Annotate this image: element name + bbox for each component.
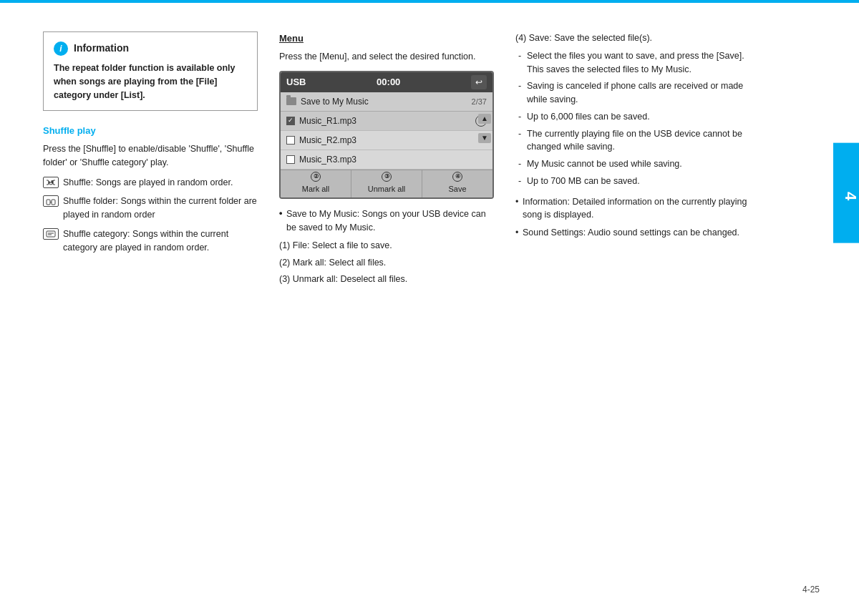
scroll-up-button[interactable]: ▲ (478, 114, 491, 124)
usb-time: 00:00 (377, 75, 400, 89)
usb-save-row: Save to My Music 2/37 (281, 92, 492, 112)
left-column: i Information The repeat folder function… (43, 31, 258, 290)
usb-checkbox-3[interactable] (286, 155, 295, 164)
mark-all-label: Mark all (283, 183, 348, 195)
usb-filename-1: Music_R1.mp3 (299, 114, 471, 127)
extra-bullet-2-text: Sound Settings: Audio sound settings can… (523, 228, 739, 238)
shuffle-item-1-text: Shuffle: Songs are played in random orde… (63, 176, 233, 190)
shuffle-item-3-text: Shuffle category: Songs within the curre… (63, 228, 258, 255)
shuffle-list: Shuffle: Songs are played in random orde… (43, 176, 258, 255)
usb-save-label: Save to My Music (286, 95, 369, 108)
shuffle-icon (43, 177, 59, 188)
info-icon: i (54, 41, 68, 56)
usb-mark-all-button[interactable]: ② Mark all (281, 170, 351, 198)
usb-list-item-3[interactable]: Music_R3.mp3 (281, 150, 492, 170)
numbered-item-2: (2) Mark all: Select all files. (279, 256, 494, 270)
dash-item-1: Select the files you want to save, and p… (515, 49, 759, 77)
shuffle-category-icon (43, 228, 59, 240)
right-column: (4) Save: Save the selected file(s). Sel… (515, 31, 759, 290)
numbered-item-3: (3) Unmark all: Deselect all files. (279, 273, 494, 286)
list-item: Shuffle category: Songs within the curre… (43, 228, 258, 255)
dash-item-6: Up to 700 MB can be saved. (515, 175, 759, 188)
scroll-down-button[interactable]: ▼ (478, 133, 491, 143)
menu-bullet-1-text: Save to My Music: Songs on your USB devi… (286, 209, 486, 233)
extra-bullet-2: Sound Settings: Audio sound settings can… (515, 226, 759, 240)
folder-icon (286, 97, 296, 105)
shuffle-heading: Shuffle play (43, 124, 258, 138)
list-item: Shuffle folder: Songs within the current… (43, 195, 258, 222)
shuffle-cat-svg (46, 230, 56, 238)
extra-bullet-1: Information: Detailed information on the… (515, 195, 759, 223)
info-box-heading: Information (74, 41, 129, 56)
usb-back-button[interactable]: ↩ (471, 75, 487, 89)
unmark-all-num: ③ (382, 172, 392, 182)
shuffle-item-2-text: Shuffle folder: Songs within the current… (63, 195, 258, 222)
shuffle-folder-icon (43, 195, 59, 207)
numbered-item-1: (1) File: Select a file to save. (279, 239, 494, 253)
save-heading: (4) Save: Save the selected file(s). (515, 31, 759, 45)
usb-save-button[interactable]: ④ Save (422, 170, 492, 198)
svg-rect-3 (47, 231, 55, 237)
save-section: (4) Save: Save the selected file(s). Sel… (515, 31, 759, 188)
dash-item-4: The currently playing file on the USB de… (515, 127, 759, 155)
usb-unmark-all-button[interactable]: ③ Unmark all (351, 170, 422, 198)
center-column: Menu Press the [Menu], and select the de… (279, 31, 494, 290)
info-box-body: The repeat folder function is available … (54, 62, 247, 102)
usb-save-text: Save to My Music (301, 95, 369, 108)
menu-heading: Menu (279, 31, 494, 46)
page-number: 4-25 (802, 583, 820, 596)
menu-bullet-1: • Save to My Music: Songs on your USB de… (279, 207, 494, 235)
shuffle-intro: Press the [Shuffle] to enable/disable 'S… (43, 142, 258, 170)
svg-rect-1 (47, 200, 50, 205)
usb-list-item-2[interactable]: Music_R2.mp3 ▼ (281, 131, 492, 150)
main-content: i Information The repeat folder function… (0, 3, 859, 318)
dash-item-3: Up to 6,000 files can be saved. (515, 110, 759, 124)
usb-filename-2: Music_R2.mp3 (299, 134, 487, 147)
menu-intro: Press the [Menu], and select the desired… (279, 50, 494, 64)
info-box-title: i Information (54, 41, 247, 56)
usb-screen: USB 00:00 ↩ Save to My Music 2/37 ✓ Musi… (279, 71, 494, 200)
svg-rect-2 (52, 200, 55, 205)
side-tab: 4 Multimedia System (833, 143, 859, 243)
usb-footer: ② Mark all ③ Unmark all ④ Save (281, 170, 492, 198)
mark-all-num: ② (311, 172, 321, 182)
usb-header: USB 00:00 ↩ (281, 72, 492, 92)
dash-item-2: Saving is canceled if phone calls are re… (515, 79, 759, 107)
dash-item-5: My Music cannot be used while saving. (515, 157, 759, 171)
save-num: ④ (452, 172, 462, 182)
usb-list-item-1[interactable]: ✓ Music_R1.mp3 ❶ ▲ (281, 112, 492, 131)
tab-number: 4 (839, 163, 859, 229)
list-item: Shuffle: Songs are played in random orde… (43, 176, 258, 190)
usb-counter: 2/37 (472, 96, 487, 108)
usb-checkbox-2[interactable] (286, 136, 295, 145)
shuffle-folder-svg (46, 197, 56, 205)
usb-checkbox-1[interactable]: ✓ (286, 117, 295, 125)
page: 4 Multimedia System i Information The re… (0, 0, 859, 616)
shuffle-svg (46, 178, 56, 187)
save-label: Save (425, 183, 490, 195)
usb-title: USB (286, 75, 306, 89)
unmark-all-label: Unmark all (354, 183, 419, 195)
extra-bullet-1-text: Information: Detailed information on the… (523, 197, 747, 220)
info-box: i Information The repeat folder function… (43, 31, 258, 111)
usb-filename-3: Music_R3.mp3 (299, 153, 487, 166)
